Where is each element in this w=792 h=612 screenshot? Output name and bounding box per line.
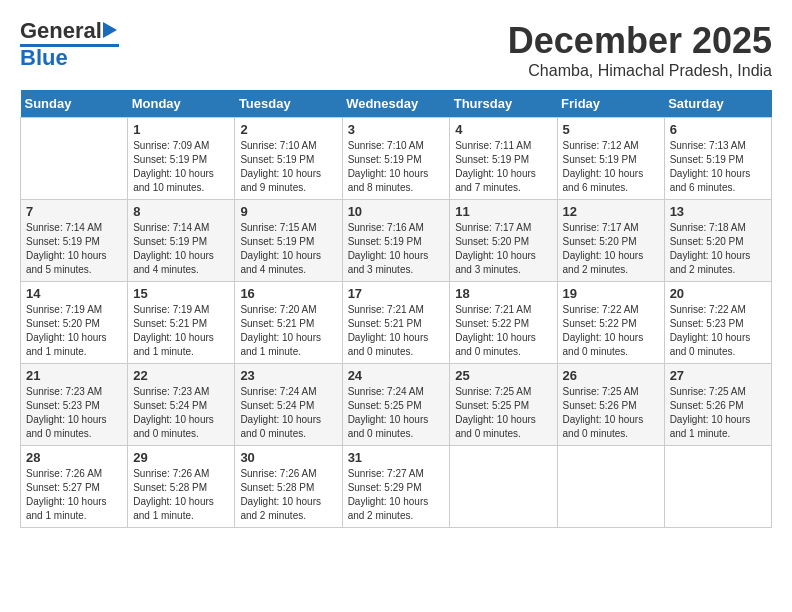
day-number: 17 [348,286,445,301]
day-info: Sunrise: 7:10 AM Sunset: 5:19 PM Dayligh… [240,139,336,195]
day-info: Sunrise: 7:23 AM Sunset: 5:23 PM Dayligh… [26,385,122,441]
day-info: Sunrise: 7:12 AM Sunset: 5:19 PM Dayligh… [563,139,659,195]
calendar-cell: 13Sunrise: 7:18 AM Sunset: 5:20 PM Dayli… [664,200,771,282]
calendar-week-row: 21Sunrise: 7:23 AM Sunset: 5:23 PM Dayli… [21,364,772,446]
day-info: Sunrise: 7:19 AM Sunset: 5:21 PM Dayligh… [133,303,229,359]
day-number: 22 [133,368,229,383]
calendar-cell: 30Sunrise: 7:26 AM Sunset: 5:28 PM Dayli… [235,446,342,528]
main-title: December 2025 [508,20,772,62]
calendar-cell: 27Sunrise: 7:25 AM Sunset: 5:26 PM Dayli… [664,364,771,446]
day-number: 11 [455,204,551,219]
calendar-cell: 17Sunrise: 7:21 AM Sunset: 5:21 PM Dayli… [342,282,450,364]
logo-general: General [20,20,102,42]
day-number: 30 [240,450,336,465]
day-number: 3 [348,122,445,137]
calendar-header-row: SundayMondayTuesdayWednesdayThursdayFrid… [21,90,772,118]
calendar-cell: 10Sunrise: 7:16 AM Sunset: 5:19 PM Dayli… [342,200,450,282]
day-number: 18 [455,286,551,301]
day-info: Sunrise: 7:13 AM Sunset: 5:19 PM Dayligh… [670,139,766,195]
calendar-cell: 3Sunrise: 7:10 AM Sunset: 5:19 PM Daylig… [342,118,450,200]
day-number: 16 [240,286,336,301]
day-info: Sunrise: 7:09 AM Sunset: 5:19 PM Dayligh… [133,139,229,195]
day-info: Sunrise: 7:14 AM Sunset: 5:19 PM Dayligh… [133,221,229,277]
day-number: 14 [26,286,122,301]
calendar-cell: 7Sunrise: 7:14 AM Sunset: 5:19 PM Daylig… [21,200,128,282]
day-info: Sunrise: 7:11 AM Sunset: 5:19 PM Dayligh… [455,139,551,195]
logo: General Blue [20,20,119,69]
logo-blue: Blue [20,47,68,69]
day-number: 21 [26,368,122,383]
day-number: 12 [563,204,659,219]
calendar-cell: 25Sunrise: 7:25 AM Sunset: 5:25 PM Dayli… [450,364,557,446]
day-info: Sunrise: 7:17 AM Sunset: 5:20 PM Dayligh… [455,221,551,277]
day-info: Sunrise: 7:21 AM Sunset: 5:22 PM Dayligh… [455,303,551,359]
day-number: 15 [133,286,229,301]
calendar-table: SundayMondayTuesdayWednesdayThursdayFrid… [20,90,772,528]
calendar-cell: 19Sunrise: 7:22 AM Sunset: 5:22 PM Dayli… [557,282,664,364]
day-number: 20 [670,286,766,301]
calendar-cell: 9Sunrise: 7:15 AM Sunset: 5:19 PM Daylig… [235,200,342,282]
day-info: Sunrise: 7:18 AM Sunset: 5:20 PM Dayligh… [670,221,766,277]
calendar-cell: 18Sunrise: 7:21 AM Sunset: 5:22 PM Dayli… [450,282,557,364]
day-number: 31 [348,450,445,465]
calendar-cell: 4Sunrise: 7:11 AM Sunset: 5:19 PM Daylig… [450,118,557,200]
day-info: Sunrise: 7:20 AM Sunset: 5:21 PM Dayligh… [240,303,336,359]
day-info: Sunrise: 7:24 AM Sunset: 5:24 PM Dayligh… [240,385,336,441]
day-info: Sunrise: 7:25 AM Sunset: 5:26 PM Dayligh… [670,385,766,441]
day-number: 4 [455,122,551,137]
day-info: Sunrise: 7:22 AM Sunset: 5:22 PM Dayligh… [563,303,659,359]
calendar-cell: 14Sunrise: 7:19 AM Sunset: 5:20 PM Dayli… [21,282,128,364]
title-block: December 2025 Chamba, Himachal Pradesh, … [508,20,772,80]
day-info: Sunrise: 7:26 AM Sunset: 5:28 PM Dayligh… [240,467,336,523]
calendar-cell: 23Sunrise: 7:24 AM Sunset: 5:24 PM Dayli… [235,364,342,446]
day-header-monday: Monday [128,90,235,118]
calendar-cell: 11Sunrise: 7:17 AM Sunset: 5:20 PM Dayli… [450,200,557,282]
day-info: Sunrise: 7:26 AM Sunset: 5:28 PM Dayligh… [133,467,229,523]
calendar-cell: 29Sunrise: 7:26 AM Sunset: 5:28 PM Dayli… [128,446,235,528]
calendar-cell: 2Sunrise: 7:10 AM Sunset: 5:19 PM Daylig… [235,118,342,200]
calendar-cell: 1Sunrise: 7:09 AM Sunset: 5:19 PM Daylig… [128,118,235,200]
day-info: Sunrise: 7:24 AM Sunset: 5:25 PM Dayligh… [348,385,445,441]
calendar-week-row: 7Sunrise: 7:14 AM Sunset: 5:19 PM Daylig… [21,200,772,282]
day-header-friday: Friday [557,90,664,118]
day-header-wednesday: Wednesday [342,90,450,118]
day-info: Sunrise: 7:23 AM Sunset: 5:24 PM Dayligh… [133,385,229,441]
calendar-cell: 8Sunrise: 7:14 AM Sunset: 5:19 PM Daylig… [128,200,235,282]
calendar-cell: 6Sunrise: 7:13 AM Sunset: 5:19 PM Daylig… [664,118,771,200]
day-number: 26 [563,368,659,383]
day-header-tuesday: Tuesday [235,90,342,118]
calendar-cell: 31Sunrise: 7:27 AM Sunset: 5:29 PM Dayli… [342,446,450,528]
day-number: 6 [670,122,766,137]
subtitle: Chamba, Himachal Pradesh, India [508,62,772,80]
calendar-cell [21,118,128,200]
page-header: General Blue December 2025 Chamba, Himac… [20,20,772,80]
day-number: 1 [133,122,229,137]
day-number: 19 [563,286,659,301]
calendar-cell: 5Sunrise: 7:12 AM Sunset: 5:19 PM Daylig… [557,118,664,200]
day-number: 25 [455,368,551,383]
calendar-cell: 26Sunrise: 7:25 AM Sunset: 5:26 PM Dayli… [557,364,664,446]
day-info: Sunrise: 7:26 AM Sunset: 5:27 PM Dayligh… [26,467,122,523]
calendar-cell: 21Sunrise: 7:23 AM Sunset: 5:23 PM Dayli… [21,364,128,446]
day-number: 27 [670,368,766,383]
day-number: 8 [133,204,229,219]
day-header-saturday: Saturday [664,90,771,118]
day-number: 2 [240,122,336,137]
calendar-week-row: 14Sunrise: 7:19 AM Sunset: 5:20 PM Dayli… [21,282,772,364]
calendar-cell: 28Sunrise: 7:26 AM Sunset: 5:27 PM Dayli… [21,446,128,528]
calendar-cell: 24Sunrise: 7:24 AM Sunset: 5:25 PM Dayli… [342,364,450,446]
calendar-cell: 22Sunrise: 7:23 AM Sunset: 5:24 PM Dayli… [128,364,235,446]
day-header-thursday: Thursday [450,90,557,118]
day-header-sunday: Sunday [21,90,128,118]
day-info: Sunrise: 7:27 AM Sunset: 5:29 PM Dayligh… [348,467,445,523]
calendar-cell: 20Sunrise: 7:22 AM Sunset: 5:23 PM Dayli… [664,282,771,364]
day-info: Sunrise: 7:22 AM Sunset: 5:23 PM Dayligh… [670,303,766,359]
day-number: 7 [26,204,122,219]
day-number: 9 [240,204,336,219]
day-number: 10 [348,204,445,219]
day-number: 24 [348,368,445,383]
day-info: Sunrise: 7:21 AM Sunset: 5:21 PM Dayligh… [348,303,445,359]
day-info: Sunrise: 7:14 AM Sunset: 5:19 PM Dayligh… [26,221,122,277]
day-info: Sunrise: 7:25 AM Sunset: 5:25 PM Dayligh… [455,385,551,441]
day-info: Sunrise: 7:15 AM Sunset: 5:19 PM Dayligh… [240,221,336,277]
